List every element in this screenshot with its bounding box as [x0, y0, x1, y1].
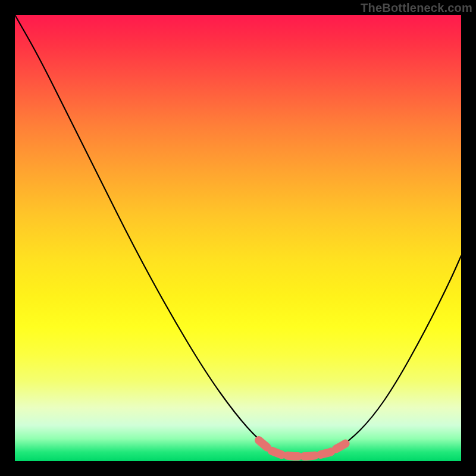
bottleneck-curve — [15, 15, 461, 456]
chart-frame — [15, 15, 461, 461]
optimal-range-highlight — [259, 440, 348, 456]
watermark-text: TheBottleneck.com — [361, 1, 472, 15]
chart-svg — [15, 15, 461, 461]
